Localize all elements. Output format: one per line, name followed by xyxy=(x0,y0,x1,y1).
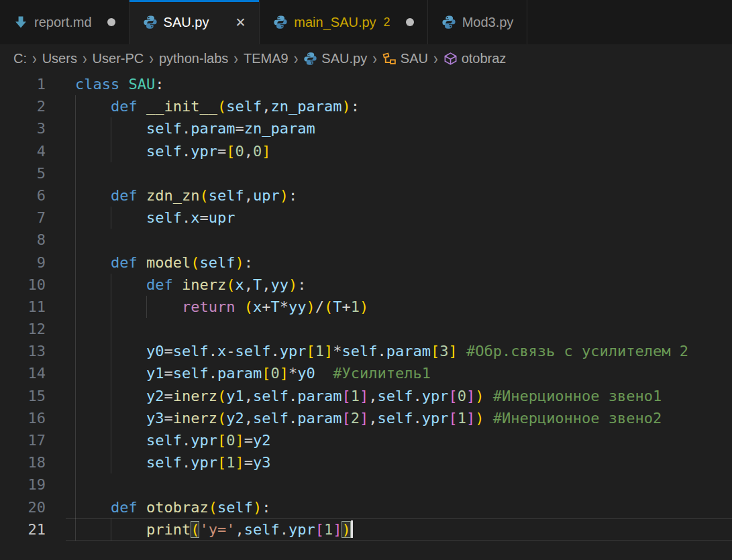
code-line-20[interactable]: 20 def otobraz(self): xyxy=(0,496,732,518)
code-token: y0 xyxy=(297,365,315,382)
code-text: self.param=zn_param xyxy=(75,117,315,139)
breadcrumb-item-python-labs[interactable]: python-labs xyxy=(159,51,228,66)
modified-dot-icon[interactable] xyxy=(107,18,115,26)
breadcrumb-item-tema9[interactable]: TEMA9 xyxy=(244,51,289,66)
code-line-6[interactable]: 6 def zdn_zn(self,upr): xyxy=(0,184,732,207)
code-line-4[interactable]: 4 self.ypr=[0,0] xyxy=(0,140,732,162)
code-token: inerz xyxy=(173,388,217,404)
breadcrumb-label: SAU xyxy=(401,51,428,66)
line-number[interactable]: 19 xyxy=(0,473,46,496)
code-line-18[interactable]: 18 self.ypr[1]=y3 xyxy=(0,451,732,473)
problems-count-badge: 2 xyxy=(384,15,390,30)
code-token xyxy=(75,298,182,315)
code-line-10[interactable]: 10 def inerz(x,T,yy): xyxy=(0,274,732,296)
tab-main-sau-py[interactable]: main_SAU.py2 xyxy=(260,0,427,44)
line-number[interactable]: 20 xyxy=(0,496,46,518)
line-number[interactable]: 16 xyxy=(0,407,46,429)
tab-bar: report.mdSAU.py✕main_SAU.py2Mod3.py xyxy=(0,0,732,44)
code-line-1[interactable]: 1class SAU: xyxy=(0,73,732,95)
line-number[interactable]: 18 xyxy=(0,451,46,473)
code-line-2[interactable]: 2 def __init__(self,zn_param): xyxy=(0,95,732,117)
line-number[interactable]: 13 xyxy=(0,340,46,362)
line-number[interactable]: 14 xyxy=(0,362,46,384)
tabbar-empty-space xyxy=(527,0,732,44)
code-line-5[interactable]: 5 xyxy=(0,162,732,184)
code-text: self.ypr=[0,0] xyxy=(75,140,270,162)
code-line-8[interactable]: 8 xyxy=(0,229,732,251)
tab-mod3-py[interactable]: Mod3.py xyxy=(428,0,528,44)
code-token: yy xyxy=(270,276,289,293)
breadcrumb-item-c[interactable]: C: xyxy=(13,51,27,66)
tab-label: main_SAU.py xyxy=(294,15,376,30)
method-icon xyxy=(443,52,458,66)
line-number[interactable]: 8 xyxy=(0,229,46,251)
line-number[interactable]: 7 xyxy=(0,207,46,229)
line-number[interactable]: 11 xyxy=(0,296,46,318)
line-number[interactable]: 2 xyxy=(0,95,46,117)
breadcrumb-label: otobraz xyxy=(462,51,507,66)
code-line-9[interactable]: 9 def model(self): xyxy=(0,251,732,274)
code-line-13[interactable]: 13 y0=self.x-self.ypr[1]*self.param[3] #… xyxy=(0,340,732,362)
code-token: = xyxy=(164,410,172,427)
code-token: self xyxy=(226,98,262,115)
indent-guide xyxy=(75,162,76,184)
python-icon xyxy=(303,52,317,66)
breadcrumb-item-user-pc[interactable]: User-PC xyxy=(93,51,144,66)
code-token: ] xyxy=(324,343,333,359)
code-text: self.ypr[1]=y3 xyxy=(75,451,270,473)
line-number[interactable]: 15 xyxy=(0,385,46,407)
line-number[interactable]: 1 xyxy=(0,73,46,95)
line-number[interactable]: 4 xyxy=(0,140,46,162)
code-token xyxy=(484,388,492,404)
code-token: ( xyxy=(191,254,199,271)
line-number[interactable]: 3 xyxy=(0,117,46,139)
code-token: upr xyxy=(209,209,236,226)
code-token: ypr xyxy=(191,432,217,449)
chevron-right-icon: › xyxy=(32,49,37,68)
tab-sau-py[interactable]: SAU.py✕ xyxy=(129,0,260,44)
close-icon[interactable]: ✕ xyxy=(235,16,246,29)
code-token: zn_param xyxy=(270,98,342,115)
breadcrumb-item-otobraz[interactable]: otobraz xyxy=(443,51,507,66)
code-token: [ xyxy=(217,454,226,471)
breadcrumb-label: python-labs xyxy=(159,51,228,66)
modified-dot-icon[interactable] xyxy=(406,18,414,26)
code-line-7[interactable]: 7 self.x=upr xyxy=(0,207,732,229)
code-token: , xyxy=(262,98,270,115)
line-number[interactable]: 9 xyxy=(0,251,46,274)
code-token xyxy=(75,343,146,359)
code-token: + xyxy=(342,298,350,315)
code-line-17[interactable]: 17 self.ypr[0]=y2 xyxy=(0,429,732,451)
breadcrumb-label: User-PC xyxy=(93,51,144,66)
code-token: __init__ xyxy=(146,98,217,115)
line-number[interactable]: 17 xyxy=(0,429,46,451)
line-number[interactable]: 21 xyxy=(0,518,46,541)
line-number[interactable]: 5 xyxy=(0,162,46,184)
code-token: = xyxy=(217,143,226,160)
editor[interactable]: 1class SAU:2 def __init__(self,zn_param)… xyxy=(0,72,732,541)
code-token: ( xyxy=(217,98,226,115)
code-line-16[interactable]: 16 y3=inerz(y2,self.param[2],self.ypr[1]… xyxy=(0,407,732,429)
code-line-14[interactable]: 14 y1=self.param[0]*y0 #Усилитель1 xyxy=(0,362,732,384)
code-token: , xyxy=(244,187,253,204)
code-line-11[interactable]: 11 return (x+T*yy)/(T+1) xyxy=(0,296,732,318)
code-token: , xyxy=(244,143,253,160)
code-token: x xyxy=(191,209,199,226)
tab-report-md[interactable]: report.md xyxy=(0,0,129,44)
code-line-21[interactable]: 21 print('y=',self.ypr[1]) xyxy=(0,518,732,541)
code-line-12[interactable]: 12 xyxy=(0,318,732,340)
code-line-19[interactable]: 19 xyxy=(0,473,732,496)
code-token: ) xyxy=(475,410,484,427)
code-token: , xyxy=(244,276,253,293)
line-number[interactable]: 10 xyxy=(0,274,46,296)
code-token: ] xyxy=(360,410,368,427)
line-number[interactable]: 6 xyxy=(0,184,46,207)
code-token: T xyxy=(270,298,279,315)
breadcrumb-item-sau-py[interactable]: SAU.py xyxy=(303,51,367,66)
breadcrumb-item-sau[interactable]: SAU xyxy=(382,51,428,66)
code-line-15[interactable]: 15 y2=inerz(y1,self.param[1],self.ypr[0]… xyxy=(0,385,732,407)
line-number[interactable]: 12 xyxy=(0,318,46,340)
code-token: y1 xyxy=(146,365,164,382)
code-line-3[interactable]: 3 self.param=zn_param xyxy=(0,117,732,139)
breadcrumb-item-users[interactable]: Users xyxy=(42,51,77,66)
